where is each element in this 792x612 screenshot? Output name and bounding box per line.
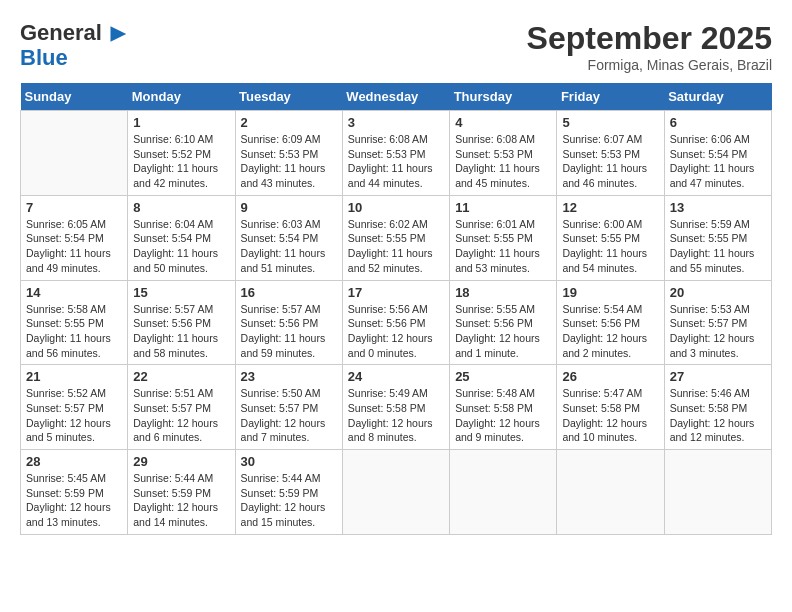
calendar-cell: 27Sunrise: 5:46 AMSunset: 5:58 PMDayligh… [664, 365, 771, 450]
calendar-cell: 30Sunrise: 5:44 AMSunset: 5:59 PMDayligh… [235, 450, 342, 535]
calendar-cell [664, 450, 771, 535]
day-info: Sunrise: 6:02 AMSunset: 5:55 PMDaylight:… [348, 217, 444, 276]
day-info: Sunrise: 5:47 AMSunset: 5:58 PMDaylight:… [562, 386, 658, 445]
day-number: 17 [348, 285, 444, 300]
calendar-cell: 3Sunrise: 6:08 AMSunset: 5:53 PMDaylight… [342, 111, 449, 196]
weekday-header-monday: Monday [128, 83, 235, 111]
week-row-4: 21Sunrise: 5:52 AMSunset: 5:57 PMDayligh… [21, 365, 772, 450]
title-block: September 2025 Formiga, Minas Gerais, Br… [527, 20, 772, 73]
weekday-header-saturday: Saturday [664, 83, 771, 111]
week-row-5: 28Sunrise: 5:45 AMSunset: 5:59 PMDayligh… [21, 450, 772, 535]
calendar-cell [342, 450, 449, 535]
weekday-header-sunday: Sunday [21, 83, 128, 111]
day-number: 6 [670, 115, 766, 130]
week-row-1: 1Sunrise: 6:10 AMSunset: 5:52 PMDaylight… [21, 111, 772, 196]
day-number: 8 [133, 200, 229, 215]
day-number: 2 [241, 115, 337, 130]
day-info: Sunrise: 6:01 AMSunset: 5:55 PMDaylight:… [455, 217, 551, 276]
day-number: 21 [26, 369, 122, 384]
day-info: Sunrise: 5:55 AMSunset: 5:56 PMDaylight:… [455, 302, 551, 361]
day-info: Sunrise: 5:53 AMSunset: 5:57 PMDaylight:… [670, 302, 766, 361]
day-info: Sunrise: 6:05 AMSunset: 5:54 PMDaylight:… [26, 217, 122, 276]
calendar-cell: 16Sunrise: 5:57 AMSunset: 5:56 PMDayligh… [235, 280, 342, 365]
day-number: 25 [455, 369, 551, 384]
svg-marker-0 [110, 26, 126, 42]
calendar-cell: 22Sunrise: 5:51 AMSunset: 5:57 PMDayligh… [128, 365, 235, 450]
day-number: 7 [26, 200, 122, 215]
calendar-cell: 4Sunrise: 6:08 AMSunset: 5:53 PMDaylight… [450, 111, 557, 196]
day-info: Sunrise: 5:56 AMSunset: 5:56 PMDaylight:… [348, 302, 444, 361]
day-number: 19 [562, 285, 658, 300]
calendar-cell: 6Sunrise: 6:06 AMSunset: 5:54 PMDaylight… [664, 111, 771, 196]
calendar-cell: 26Sunrise: 5:47 AMSunset: 5:58 PMDayligh… [557, 365, 664, 450]
day-number: 13 [670, 200, 766, 215]
day-number: 1 [133, 115, 229, 130]
calendar-cell: 13Sunrise: 5:59 AMSunset: 5:55 PMDayligh… [664, 195, 771, 280]
day-info: Sunrise: 5:59 AMSunset: 5:55 PMDaylight:… [670, 217, 766, 276]
day-info: Sunrise: 5:57 AMSunset: 5:56 PMDaylight:… [133, 302, 229, 361]
day-number: 23 [241, 369, 337, 384]
calendar-cell: 2Sunrise: 6:09 AMSunset: 5:53 PMDaylight… [235, 111, 342, 196]
calendar-cell: 5Sunrise: 6:07 AMSunset: 5:53 PMDaylight… [557, 111, 664, 196]
weekday-header-wednesday: Wednesday [342, 83, 449, 111]
day-number: 16 [241, 285, 337, 300]
day-info: Sunrise: 6:09 AMSunset: 5:53 PMDaylight:… [241, 132, 337, 191]
day-info: Sunrise: 5:50 AMSunset: 5:57 PMDaylight:… [241, 386, 337, 445]
calendar-cell: 19Sunrise: 5:54 AMSunset: 5:56 PMDayligh… [557, 280, 664, 365]
calendar-table: SundayMondayTuesdayWednesdayThursdayFrid… [20, 83, 772, 535]
week-row-2: 7Sunrise: 6:05 AMSunset: 5:54 PMDaylight… [21, 195, 772, 280]
day-info: Sunrise: 5:49 AMSunset: 5:58 PMDaylight:… [348, 386, 444, 445]
day-number: 9 [241, 200, 337, 215]
calendar-cell: 24Sunrise: 5:49 AMSunset: 5:58 PMDayligh… [342, 365, 449, 450]
day-info: Sunrise: 6:06 AMSunset: 5:54 PMDaylight:… [670, 132, 766, 191]
location-subtitle: Formiga, Minas Gerais, Brazil [527, 57, 772, 73]
calendar-cell: 15Sunrise: 5:57 AMSunset: 5:56 PMDayligh… [128, 280, 235, 365]
calendar-cell: 28Sunrise: 5:45 AMSunset: 5:59 PMDayligh… [21, 450, 128, 535]
day-info: Sunrise: 5:54 AMSunset: 5:56 PMDaylight:… [562, 302, 658, 361]
calendar-cell: 14Sunrise: 5:58 AMSunset: 5:55 PMDayligh… [21, 280, 128, 365]
calendar-cell: 10Sunrise: 6:02 AMSunset: 5:55 PMDayligh… [342, 195, 449, 280]
weekday-header-row: SundayMondayTuesdayWednesdayThursdayFrid… [21, 83, 772, 111]
day-number: 12 [562, 200, 658, 215]
weekday-header-tuesday: Tuesday [235, 83, 342, 111]
calendar-cell: 21Sunrise: 5:52 AMSunset: 5:57 PMDayligh… [21, 365, 128, 450]
day-info: Sunrise: 6:04 AMSunset: 5:54 PMDaylight:… [133, 217, 229, 276]
logo-blue: Blue [20, 45, 130, 70]
day-number: 30 [241, 454, 337, 469]
calendar-cell: 11Sunrise: 6:01 AMSunset: 5:55 PMDayligh… [450, 195, 557, 280]
calendar-cell: 1Sunrise: 6:10 AMSunset: 5:52 PMDaylight… [128, 111, 235, 196]
month-title: September 2025 [527, 20, 772, 57]
calendar-cell: 23Sunrise: 5:50 AMSunset: 5:57 PMDayligh… [235, 365, 342, 450]
day-number: 3 [348, 115, 444, 130]
day-info: Sunrise: 5:45 AMSunset: 5:59 PMDaylight:… [26, 471, 122, 530]
day-number: 29 [133, 454, 229, 469]
day-info: Sunrise: 6:08 AMSunset: 5:53 PMDaylight:… [455, 132, 551, 191]
day-number: 11 [455, 200, 551, 215]
calendar-cell [450, 450, 557, 535]
calendar-cell: 18Sunrise: 5:55 AMSunset: 5:56 PMDayligh… [450, 280, 557, 365]
calendar-cell: 25Sunrise: 5:48 AMSunset: 5:58 PMDayligh… [450, 365, 557, 450]
day-number: 15 [133, 285, 229, 300]
calendar-cell: 12Sunrise: 6:00 AMSunset: 5:55 PMDayligh… [557, 195, 664, 280]
day-number: 28 [26, 454, 122, 469]
day-number: 26 [562, 369, 658, 384]
calendar-cell: 17Sunrise: 5:56 AMSunset: 5:56 PMDayligh… [342, 280, 449, 365]
day-number: 4 [455, 115, 551, 130]
page-header: General Blue September 2025 Formiga, Min… [20, 20, 772, 73]
weekday-header-friday: Friday [557, 83, 664, 111]
day-info: Sunrise: 6:07 AMSunset: 5:53 PMDaylight:… [562, 132, 658, 191]
calendar-cell: 8Sunrise: 6:04 AMSunset: 5:54 PMDaylight… [128, 195, 235, 280]
day-info: Sunrise: 5:58 AMSunset: 5:55 PMDaylight:… [26, 302, 122, 361]
day-info: Sunrise: 6:10 AMSunset: 5:52 PMDaylight:… [133, 132, 229, 191]
day-info: Sunrise: 5:44 AMSunset: 5:59 PMDaylight:… [133, 471, 229, 530]
day-number: 20 [670, 285, 766, 300]
day-info: Sunrise: 6:00 AMSunset: 5:55 PMDaylight:… [562, 217, 658, 276]
calendar-cell: 29Sunrise: 5:44 AMSunset: 5:59 PMDayligh… [128, 450, 235, 535]
logo: General Blue [20, 20, 130, 71]
day-info: Sunrise: 5:51 AMSunset: 5:57 PMDaylight:… [133, 386, 229, 445]
day-number: 14 [26, 285, 122, 300]
logo-general: General [20, 20, 102, 45]
day-number: 18 [455, 285, 551, 300]
day-info: Sunrise: 5:44 AMSunset: 5:59 PMDaylight:… [241, 471, 337, 530]
calendar-cell: 7Sunrise: 6:05 AMSunset: 5:54 PMDaylight… [21, 195, 128, 280]
